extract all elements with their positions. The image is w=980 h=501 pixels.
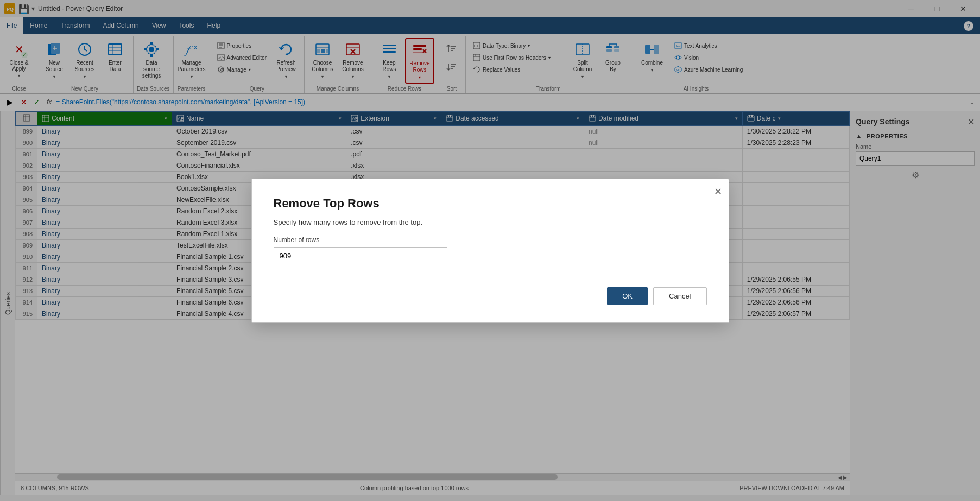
- dialog-description: Specify how many rows to remove from the…: [274, 218, 707, 226]
- modal-overlay: ✕ Remove Top Rows Specify how many rows …: [0, 0, 980, 501]
- dialog-close-button[interactable]: ✕: [714, 186, 722, 198]
- dialog-number-input[interactable]: [274, 247, 447, 265]
- dialog-cancel-button[interactable]: Cancel: [653, 287, 706, 305]
- dialog-ok-button[interactable]: OK: [607, 287, 648, 305]
- dialog-title: Remove Top Rows: [274, 196, 707, 211]
- remove-top-rows-dialog: ✕ Remove Top Rows Specify how many rows …: [251, 179, 729, 323]
- dialog-footer: OK Cancel: [274, 287, 707, 305]
- dialog-number-label: Number of rows: [274, 236, 707, 244]
